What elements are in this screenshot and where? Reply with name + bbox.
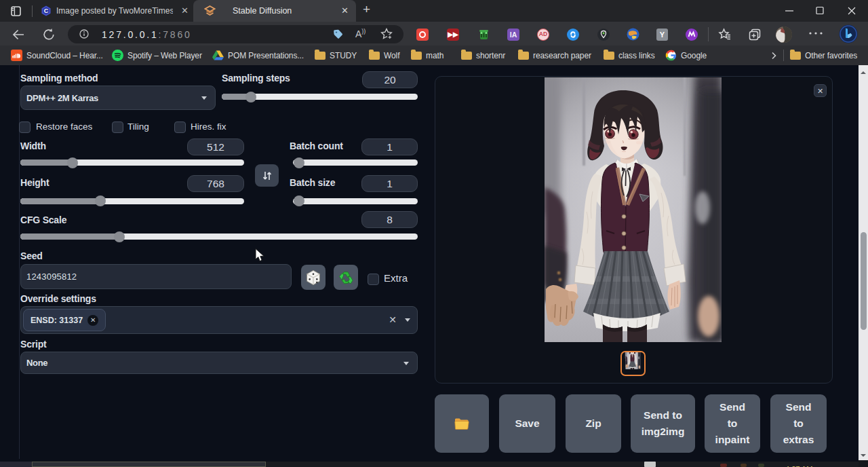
svg-text:C: C [44, 7, 49, 14]
